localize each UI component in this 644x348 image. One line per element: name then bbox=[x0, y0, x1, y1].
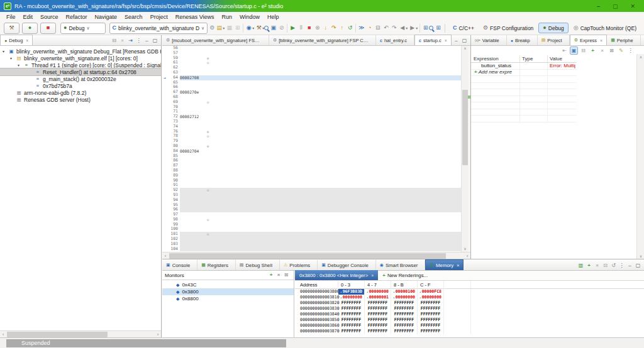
fold-icon[interactable] bbox=[205, 139, 211, 144]
perspective-debug[interactable]: ● Debug bbox=[538, 23, 569, 33]
memory-cell[interactable]: FFFFFFFF bbox=[338, 323, 365, 329]
memory-cell[interactable]: FFFFFFFF bbox=[418, 312, 444, 317]
view-tab[interactable]: ● Breakp bbox=[507, 35, 538, 45]
close-icon[interactable]: × bbox=[371, 273, 374, 278]
fold-icon[interactable] bbox=[205, 119, 211, 124]
code-line[interactable]: 89 BSP_PLACE_IN_SECTION(BSP_SECTION_STAC… bbox=[162, 173, 461, 178]
fold-icon[interactable]: ⊕ bbox=[205, 56, 211, 61]
fold-icon[interactable] bbox=[205, 168, 211, 173]
view-menu-icon[interactable]: ⋮ bbox=[135, 36, 143, 45]
fold-icon[interactable] bbox=[205, 124, 211, 129]
expression-row[interactable] bbox=[471, 109, 577, 116]
fold-icon[interactable] bbox=[205, 51, 211, 56]
bottom-tab[interactable]: ▤ Debug Shell bbox=[236, 260, 280, 270]
back-icon[interactable]: ◀▾ bbox=[397, 23, 408, 33]
fold-icon[interactable] bbox=[205, 105, 211, 110]
expression-row[interactable] bbox=[471, 116, 577, 122]
code-line[interactable]: 72 00002712 } bbox=[162, 114, 461, 119]
code-line[interactable]: 59 ⊕ * MCU starts executing here out of … bbox=[162, 56, 461, 61]
show-running-threads-icon[interactable]: ⇥ bbox=[126, 36, 135, 45]
fold-icon[interactable]: ⊕ bbox=[205, 144, 211, 149]
code-line[interactable]: 69 ⊖ while (1) bbox=[162, 100, 461, 105]
memory-cell[interactable]: ▴00000000 bbox=[391, 295, 418, 300]
fold-icon[interactable]: ⊖ bbox=[205, 232, 211, 237]
fold-icon[interactable] bbox=[205, 173, 211, 178]
code-line[interactable]: 99 * these exceptions in their code they… bbox=[162, 222, 461, 227]
fold-icon[interactable]: ⊖ bbox=[205, 134, 211, 139]
step-return-icon[interactable]: ↑ bbox=[337, 23, 345, 33]
fold-icon[interactable] bbox=[205, 158, 211, 163]
menu-item[interactable]: Source bbox=[36, 14, 62, 20]
tab-debug[interactable]: ● Debug × bbox=[0, 35, 33, 45]
fold-icon[interactable] bbox=[205, 154, 211, 159]
minimize-button[interactable]: – bbox=[597, 3, 600, 9]
launch-config-gear-icon[interactable]: ⚙ bbox=[209, 25, 214, 31]
stop-button[interactable]: ■ bbox=[40, 23, 56, 34]
memory-cell[interactable]: FFFFFFFF bbox=[365, 317, 391, 323]
code-line[interactable]: 86 bbox=[162, 158, 461, 163]
debug-tree-row[interactable]: ▾ ≡ Thread #1 1 (single core) [core: 0] … bbox=[0, 62, 161, 68]
code-line[interactable]: 88 static uint8_t g_main_stack[BSP_CFG_S… bbox=[162, 168, 461, 173]
add-monitor-icon[interactable]: + bbox=[267, 271, 275, 280]
fold-icon[interactable]: ⊕ bbox=[205, 129, 211, 134]
menu-item[interactable]: Navigate bbox=[91, 14, 121, 20]
menu-item[interactable]: Help bbox=[264, 14, 283, 20]
menu-item[interactable]: File bbox=[3, 14, 19, 20]
build-icon[interactable]: ⚒▾ bbox=[254, 23, 264, 33]
minimize-icon[interactable]: – bbox=[143, 36, 151, 45]
monitor-item[interactable]: ◆ 0x43C bbox=[162, 281, 294, 288]
maximize-icon[interactable]: ▢ bbox=[151, 36, 159, 45]
editor-tab[interactable]: c hal_entry.c bbox=[376, 35, 414, 45]
memory-cell[interactable]: FFFFFFFF bbox=[338, 300, 365, 306]
memory-address[interactable]: 0000000000003830 bbox=[295, 306, 338, 312]
memory-address[interactable]: 0000000000003820 bbox=[295, 300, 338, 306]
code-line[interactable]: 93 bbox=[162, 193, 461, 198]
code-line[interactable]: 78 ⊖ void Default_Handler (void) bbox=[162, 134, 461, 139]
fold-icon[interactable] bbox=[205, 203, 211, 208]
remove-terminated-icon[interactable]: × bbox=[118, 36, 126, 45]
fold-icon[interactable]: ⊖ bbox=[205, 217, 211, 222]
expression-row[interactable] bbox=[471, 76, 577, 83]
suspend-icon[interactable]: ‖ bbox=[296, 23, 304, 33]
code-line[interactable]: 66 /* Call user application. */ bbox=[162, 85, 461, 90]
memory-cell[interactable]: FFFFFFFF bbox=[365, 306, 391, 312]
code-line[interactable]: → 64 00002708 SystemInit(); bbox=[162, 75, 461, 80]
memory-address[interactable]: 0000000000003840 bbox=[295, 312, 338, 317]
minimize-icon[interactable]: – bbox=[626, 261, 634, 270]
restore-button[interactable]: ▢ bbox=[613, 3, 618, 9]
fold-icon[interactable] bbox=[205, 247, 211, 252]
fold-icon[interactable] bbox=[205, 198, 211, 203]
fold-icon[interactable] bbox=[205, 70, 211, 75]
show-columns-icon[interactable]: ▣ bbox=[570, 46, 578, 55]
editor-vscrollbar[interactable]: ∧ ∨ bbox=[461, 46, 468, 252]
search-icon[interactable] bbox=[429, 26, 433, 30]
fold-icon[interactable] bbox=[205, 183, 211, 188]
menu-item[interactable]: Run bbox=[218, 14, 236, 20]
perspective-cpp[interactable]: C C/C++ bbox=[449, 23, 478, 33]
fold-icon[interactable] bbox=[205, 65, 211, 70]
fold-icon[interactable] bbox=[205, 75, 211, 80]
code-line[interactable]: 103 bbox=[162, 242, 461, 247]
close-icon[interactable]: × bbox=[600, 38, 602, 43]
memory-cell[interactable]: ▴00000000 bbox=[365, 289, 391, 295]
maximize-icon[interactable]: ▢ bbox=[634, 261, 642, 270]
fold-icon[interactable] bbox=[205, 46, 211, 51]
memory-cell[interactable]: FFFFFFFF bbox=[391, 323, 418, 329]
view-tab[interactable]: ▥ IO Regi bbox=[641, 35, 644, 45]
save-all-icon[interactable]: ⊞ bbox=[233, 23, 241, 33]
code-line[interactable]: 101 ⊖ #if defined(__ICCARM__) bbox=[162, 232, 461, 237]
memory-cell[interactable]: FFFFFFFF bbox=[338, 306, 365, 312]
fold-icon[interactable]: ⊖ bbox=[205, 100, 211, 105]
fold-icon[interactable] bbox=[205, 193, 211, 198]
bottom-tab[interactable]: ▦ Registers bbox=[197, 260, 236, 270]
memory-cell[interactable]: FFFFFFFF bbox=[365, 300, 391, 306]
fold-icon[interactable] bbox=[205, 212, 211, 217]
menu-item[interactable]: Project bbox=[147, 14, 172, 20]
column-type[interactable]: Type bbox=[520, 55, 548, 62]
memory-cell[interactable]: ▴00000FC8 bbox=[418, 289, 444, 295]
memory-cell[interactable]: FFFFFFFF bbox=[338, 317, 365, 323]
add-expression-icon[interactable]: + bbox=[589, 46, 597, 55]
code-line[interactable]: 94 BSP_DONT_REMOVE static uint8_t g_heap… bbox=[162, 198, 461, 203]
link-icon[interactable]: ⊡ bbox=[601, 261, 609, 270]
resume-icon[interactable]: ▶ bbox=[288, 23, 296, 33]
